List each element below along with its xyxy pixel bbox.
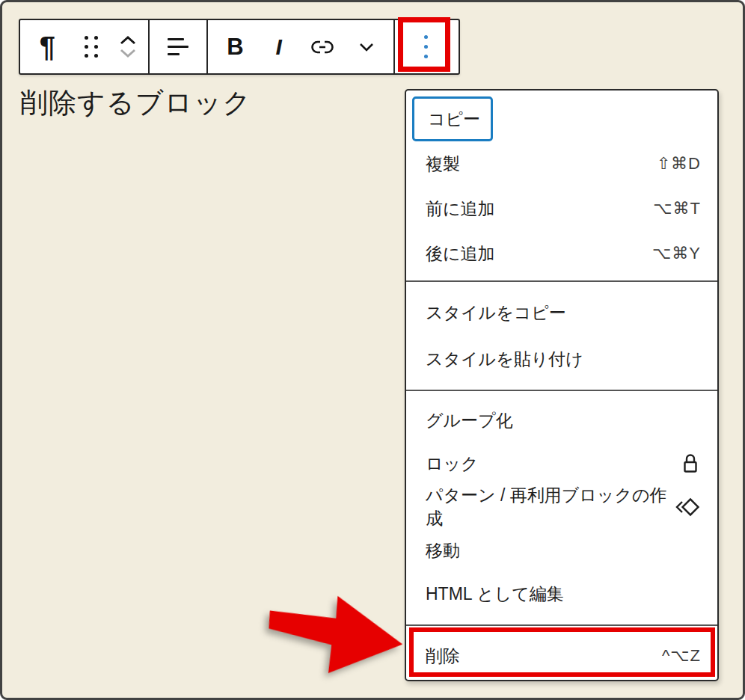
- italic-icon: I: [276, 36, 282, 58]
- menu-group-block-actions: グループ化 ロック パターン / 再利用ブロックの作成: [406, 391, 717, 626]
- menu-item-insert-before[interactable]: 前に追加 ⌥⌘T: [406, 186, 717, 231]
- paragraph-block-button[interactable]: ¶: [31, 25, 64, 70]
- menu-item-label: パターン / 再利用ブロックの作成: [426, 484, 674, 530]
- menu-item-label: ロック: [426, 452, 680, 476]
- lock-icon: [680, 452, 701, 475]
- block-toolbar: ¶ B I: [19, 19, 460, 75]
- chevron-down-icon: [358, 42, 375, 52]
- drag-handle-icon: [85, 36, 98, 58]
- bold-button[interactable]: B: [218, 25, 251, 70]
- toolbar-group-options: [395, 20, 457, 73]
- toolbar-group-format: B I: [208, 20, 395, 73]
- menu-item-label: 後に追加: [426, 242, 652, 265]
- menu-item-label: スタイルをコピー: [426, 301, 701, 325]
- menu-item-label: 移動: [426, 539, 701, 562]
- toolbar-group-block: ¶: [20, 20, 150, 73]
- menu-item-duplicate[interactable]: 複製 ⇧⌘D: [406, 141, 717, 186]
- screenshot-frame: ¶ B I: [0, 0, 745, 700]
- menu-item-delete[interactable]: 削除 ^⌥Z: [406, 633, 717, 678]
- menu-item-label: HTML として編集: [426, 583, 701, 606]
- menu-item-shortcut: ^⌥Z: [662, 646, 701, 666]
- menu-item-insert-after[interactable]: 後に追加 ⌥⌘Y: [406, 231, 717, 276]
- toolbar-group-align: [150, 20, 208, 73]
- move-down-icon[interactable]: [118, 48, 138, 58]
- align-left-icon: [168, 38, 188, 55]
- menu-item-paste-styles[interactable]: スタイルを貼り付け: [406, 336, 717, 382]
- menu-item-label: 前に追加: [426, 197, 653, 221]
- ellipsis-vertical-icon: [424, 35, 428, 58]
- menu-item-label: グループ化: [426, 409, 701, 432]
- menu-item-group[interactable]: グループ化: [406, 399, 717, 442]
- menu-item-shortcut: ⌥⌘Y: [652, 244, 701, 263]
- paragraph-icon: ¶: [40, 33, 55, 61]
- symbol-icon: [674, 496, 701, 518]
- red-arrow-icon: [255, 580, 416, 692]
- more-formats-button[interactable]: [350, 25, 383, 70]
- drag-handle-button[interactable]: [75, 25, 108, 70]
- menu-item-lock[interactable]: ロック: [406, 442, 717, 485]
- menu-item-label: 複製: [426, 153, 657, 176]
- options-dropdown-menu: コピー 複製 ⇧⌘D 前に追加 ⌥⌘T 後に追加 ⌥⌘Y スタイルをコピー スタ…: [405, 89, 719, 681]
- options-button[interactable]: [410, 25, 443, 70]
- menu-item-move-to[interactable]: 移動: [406, 529, 717, 572]
- menu-item-copy[interactable]: コピー: [412, 96, 493, 141]
- menu-item-label: 削除: [426, 645, 662, 668]
- menu-group-clipboard: コピー 複製 ⇧⌘D 前に追加 ⌥⌘T 後に追加 ⌥⌘Y: [406, 90, 717, 282]
- menu-item-label: スタイルを貼り付け: [426, 348, 701, 371]
- menu-item-label: コピー: [428, 108, 480, 131]
- align-button[interactable]: [162, 25, 194, 70]
- menu-item-shortcut: ⇧⌘D: [657, 154, 701, 174]
- menu-group-remove: 削除 ^⌥Z: [406, 626, 717, 686]
- pointer-arrow: [261, 590, 411, 681]
- menu-item-copy-styles[interactable]: スタイルをコピー: [406, 289, 717, 336]
- italic-button[interactable]: I: [263, 25, 295, 70]
- bold-icon: B: [227, 35, 243, 58]
- link-icon: [310, 40, 335, 55]
- menu-group-styles: スタイルをコピー スタイルを貼り付け: [406, 282, 717, 391]
- link-button[interactable]: [306, 25, 339, 70]
- move-up-icon[interactable]: [118, 35, 138, 46]
- menu-item-create-pattern[interactable]: パターン / 再利用ブロックの作成: [406, 485, 717, 529]
- block-mover: [118, 35, 138, 58]
- menu-item-shortcut: ⌥⌘T: [653, 199, 701, 218]
- menu-item-edit-as-html[interactable]: HTML として編集: [406, 572, 717, 615]
- block-text[interactable]: 削除するブロック: [20, 85, 251, 122]
